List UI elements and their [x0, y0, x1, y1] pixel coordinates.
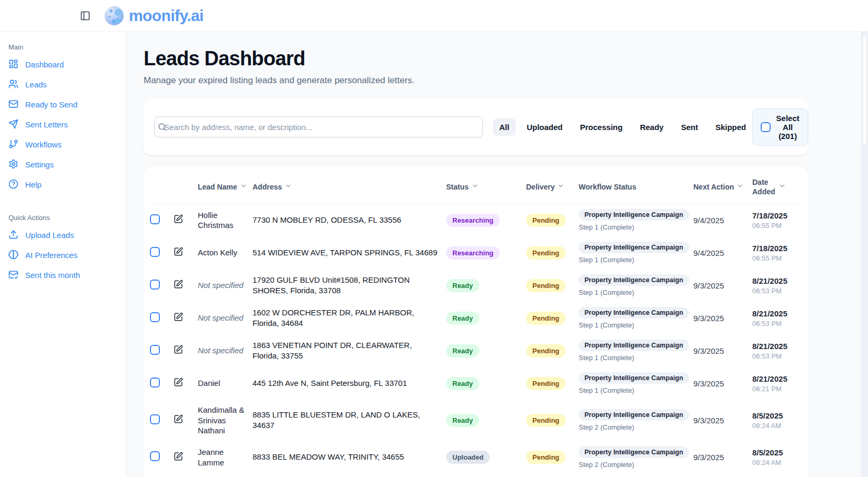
time-added: 08:24 AM — [752, 422, 802, 430]
delivery-badge: Pending — [526, 451, 566, 464]
table-row: Daniel445 12th Ave N, Saint Petersburg, … — [150, 367, 802, 400]
row-checkbox[interactable] — [150, 414, 160, 424]
row-checkbox[interactable] — [150, 451, 160, 461]
sidebar-item-ai-preferences[interactable]: AI Preferences — [0, 245, 126, 265]
edit-lead-button[interactable] — [174, 214, 183, 224]
panel-left-icon — [80, 15, 90, 23]
sidebar-item-sent-this-month[interactable]: Sent this month — [0, 265, 126, 285]
workflow-step: Step 1 (Complete) — [579, 321, 686, 329]
edit-lead-button[interactable] — [174, 377, 183, 387]
chevron-down-icon — [285, 182, 292, 191]
column-header-next-action[interactable]: Next Action — [693, 182, 752, 191]
sidebar-item-ready-to-send[interactable]: Ready to Send — [0, 95, 126, 115]
row-checkbox[interactable] — [150, 214, 160, 224]
date-added: 7/18/2025 — [752, 211, 802, 220]
workflow-status-cell: Property Intelligence CampaignStep 1 (Co… — [579, 274, 693, 296]
lead-name: Hollie Christmas — [198, 210, 253, 231]
table-row: Not specified17920 GULF BLVD Unit#1508, … — [150, 269, 802, 302]
lead-address: 17920 GULF BLVD Unit#1508, REDINGTON SHO… — [253, 275, 446, 296]
row-checkbox[interactable] — [150, 312, 160, 322]
lead-name: Not specified — [198, 280, 253, 291]
row-checkbox[interactable] — [150, 377, 160, 387]
date-added-cell: 8/21/202506:21 PM — [752, 374, 802, 393]
edit-icon — [174, 348, 183, 356]
row-checkbox[interactable] — [150, 280, 160, 290]
next-action-date: 9/3/2025 — [693, 346, 752, 355]
sidebar-item-label: Dashboard — [25, 60, 64, 69]
sidebar-item-dashboard[interactable]: Dashboard — [0, 55, 126, 75]
date-added: 8/21/2025 — [752, 342, 802, 351]
search-input[interactable] — [154, 116, 483, 137]
date-added-cell: 8/5/202508:24 AM — [752, 411, 802, 430]
workflow-pill: Property Intelligence Campaign — [579, 242, 689, 253]
delivery-badge: Pending — [526, 377, 566, 390]
time-added: 06:53 PM — [752, 320, 802, 327]
sidebar-item-sent-letters[interactable]: Sent Letters — [0, 115, 126, 135]
column-header-date-added[interactable]: Date Added — [752, 177, 802, 196]
scrollbar-thumb[interactable] — [862, 35, 867, 145]
sidebar-item-upload-leads[interactable]: Upload Leads — [0, 225, 126, 245]
mail-icon — [8, 99, 18, 111]
status-badge: Researching — [446, 246, 500, 260]
filter-skipped[interactable]: Skipped — [709, 118, 752, 136]
table-row: Not specified1863 VENETIAN POINT DR, CLE… — [150, 334, 802, 367]
sidebar-item-workflows[interactable]: Workflows — [0, 135, 126, 155]
column-label: Address — [253, 183, 282, 191]
column-header-status[interactable]: Status — [446, 182, 526, 191]
sidebar-section-label: Quick Actions — [0, 208, 126, 225]
row-checkbox[interactable] — [150, 345, 160, 355]
edit-lead-button[interactable] — [174, 247, 183, 256]
workflow-pill: Property Intelligence Campaign — [579, 409, 689, 421]
brand-logo[interactable]: moonify.ai — [105, 6, 204, 25]
edit-lead-button[interactable] — [174, 414, 183, 424]
upload-icon — [8, 230, 18, 241]
sidebar-item-label: Workflows — [25, 140, 62, 150]
gear-icon — [8, 159, 18, 171]
filter-processing[interactable]: Processing — [574, 118, 629, 136]
next-action-date: 9/3/2025 — [693, 416, 752, 425]
date-added: 8/21/2025 — [752, 374, 802, 383]
sidebar-item-label: AI Preferences — [25, 251, 77, 260]
lead-address: 514 WIDEVIEW AVE, TARPON SPRINGS, FL 346… — [253, 247, 446, 258]
column-label: Delivery — [526, 183, 554, 191]
status-badge: Ready — [446, 279, 479, 292]
select-all-checkbox[interactable] — [761, 122, 771, 132]
column-header-delivery[interactable]: Delivery — [526, 182, 579, 191]
sidebar: MainDashboardLeadsReady to SendSent Lett… — [0, 32, 126, 477]
lead-address: 1602 W DORCHESTER DR, PALM HARBOR, Flori… — [253, 307, 446, 329]
sidebar-item-leads[interactable]: Leads — [0, 75, 126, 95]
table-row: Acton Kelly514 WIDEVIEW AVE, TARPON SPRI… — [150, 236, 802, 269]
filter-uploaded[interactable]: Uploaded — [520, 118, 569, 136]
next-action-date: 9/4/2025 — [693, 249, 752, 257]
sidebar-item-label: Settings — [25, 160, 54, 170]
edit-lead-button[interactable] — [174, 345, 183, 354]
time-added: 06:21 PM — [752, 385, 802, 393]
edit-icon — [174, 283, 183, 291]
sidebar-item-help[interactable]: Help — [0, 175, 126, 195]
column-header-lead-name[interactable]: Lead Name — [198, 182, 253, 191]
chevron-down-icon — [240, 182, 247, 191]
date-added-cell: 8/5/202508:24 AM — [752, 448, 802, 466]
delivery-badge: Pending — [526, 414, 566, 427]
dashboard-icon — [8, 59, 18, 71]
row-checkbox[interactable] — [150, 247, 160, 257]
filter-all[interactable]: All — [493, 118, 516, 136]
workflow-status-cell: Property Intelligence CampaignStep 2 (Co… — [579, 446, 693, 469]
filter-sent[interactable]: Sent — [674, 118, 704, 136]
delivery-badge: Pending — [526, 214, 566, 227]
sidebar-item-settings[interactable]: Settings — [0, 155, 126, 175]
edit-lead-button[interactable] — [174, 452, 183, 461]
send-icon — [8, 119, 18, 131]
edit-lead-button[interactable] — [174, 312, 183, 322]
sidebar-toggle-button[interactable] — [80, 11, 90, 21]
column-header-address[interactable]: Address — [253, 182, 446, 191]
select-all-button[interactable]: Select All (201) — [752, 108, 808, 146]
table-row: Hollie Christmas7730 N MOBLEY RD, ODESSA… — [150, 204, 802, 236]
edit-icon — [174, 250, 183, 258]
column-label: Date Added — [752, 177, 776, 196]
workflow-pill: Property Intelligence Campaign — [579, 274, 689, 286]
edit-lead-button[interactable] — [174, 280, 183, 289]
filter-ready[interactable]: Ready — [633, 118, 670, 136]
sidebar-item-label: Ready to Send — [25, 100, 77, 110]
time-added: 08:24 AM — [752, 459, 802, 466]
